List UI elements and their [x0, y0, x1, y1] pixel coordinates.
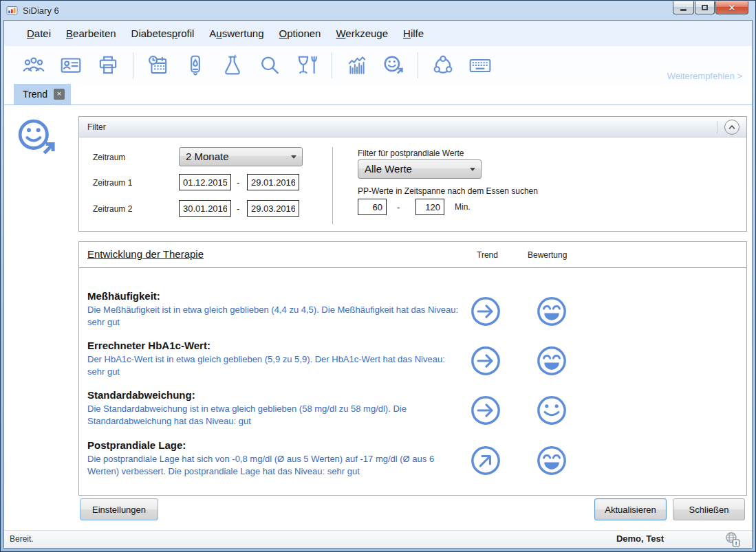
app-body: Datei Bearbeiten Diabetesprofil Auswertu…: [3, 20, 753, 549]
print-icon[interactable]: [96, 54, 120, 77]
therapy-row-title: Postprandiale Lage:: [87, 439, 186, 451]
rating-smiley-icon: [536, 296, 568, 327]
search-icon[interactable]: [258, 54, 281, 77]
menu-diabetesprofil[interactable]: Diabetesprofil: [124, 27, 202, 39]
statistics-icon[interactable]: [345, 54, 369, 77]
zeitraum1-to-input[interactable]: [247, 174, 299, 190]
toolbar: Weiterempfehlen >: [4, 46, 752, 84]
zeitraum1-label: Zeitraum 1: [93, 178, 132, 188]
dropdown-arrow-icon: [470, 168, 475, 174]
toolbar-separator: [133, 52, 133, 78]
filter-panel: Filter Zeitraum 2 Monate Zeitraum 1 - Ze…: [78, 116, 747, 232]
trend-arrow-icon: [470, 345, 501, 377]
pp-filter-dropdown[interactable]: Alle Werte: [358, 159, 482, 179]
therapy-row-postprandial: Postprandiale Lage: Die postprandiale La…: [79, 439, 746, 489]
therapy-row-standardabweichung: Standardabweichung: Die Standardabweichu…: [79, 389, 746, 439]
close-button[interactable]: ✕: [715, 1, 748, 14]
restore-button[interactable]: [695, 1, 715, 14]
therapy-panel: Entwicklung der Therapie Trend Bewertung…: [78, 241, 747, 496]
nutrition-icon[interactable]: [295, 54, 318, 77]
therapy-row-messhaeufigkeit: Meßhäufigkeit: Die Meßhäufigkeit ist in …: [79, 290, 746, 340]
therapy-row-title: Errechneter HbA1c-Wert:: [87, 340, 210, 351]
rating-smiley-icon: [536, 345, 568, 377]
menu-hilfe[interactable]: Hilfe: [396, 27, 431, 39]
patients-icon[interactable]: [22, 54, 45, 77]
app-icon: [6, 4, 19, 16]
tab-trend[interactable]: Trend ×: [14, 84, 71, 104]
title-bar[interactable]: SiDiary 6 ✕: [3, 1, 753, 20]
filter-vertical-separator: [332, 147, 333, 224]
close-view-button[interactable]: Schließen: [673, 498, 745, 520]
refresh-button[interactable]: Aktualisieren: [594, 498, 667, 520]
tab-label: Trend: [23, 89, 47, 100]
sync-status-icon[interactable]: !: [724, 531, 741, 548]
therapy-title: Entwicklung der Therapie: [87, 248, 204, 260]
header-separator: [717, 121, 717, 133]
range-dash: -: [397, 202, 400, 212]
filter-header: Filter: [79, 117, 746, 137]
trend-arrow-icon: [470, 445, 501, 476]
status-text: Bereit.: [10, 534, 34, 544]
zeitraum-dropdown[interactable]: 2 Monate: [179, 147, 303, 166]
window-title: SiDiary 6: [23, 5, 59, 16]
menu-bar: Datei Bearbeiten Diabetesprofil Auswertu…: [4, 21, 752, 46]
diary-calendar-icon[interactable]: [147, 54, 170, 77]
minimize-icon: [680, 9, 687, 11]
zeitraum-dropdown-value: 2 Monate: [186, 151, 229, 162]
recommend-link[interactable]: Weiterempfehlen >: [667, 71, 742, 81]
trend-smiley-icon[interactable]: [382, 54, 404, 76]
menu-datei[interactable]: Datei: [19, 27, 58, 39]
range-dash: -: [237, 203, 239, 214]
zeitraum-label: Zeitraum: [93, 153, 125, 162]
pp-span-label: PP-Werte in Zeitspanne nach dem Essen su…: [358, 186, 538, 196]
menu-optionen[interactable]: Optionen: [272, 27, 329, 39]
trend-column-header: Trend: [477, 250, 498, 260]
therapy-row-description: Die Meßhäufigkeit ist in etwa gleich geb…: [87, 304, 464, 328]
menu-werkzeuge[interactable]: Werkzeuge: [328, 27, 396, 39]
settings-button[interactable]: Einstellungen: [80, 498, 158, 520]
menu-auswertung[interactable]: Auswertung: [202, 27, 271, 39]
therapy-row-title: Standardabweichung:: [87, 389, 195, 401]
share-sync-icon[interactable]: [431, 54, 455, 77]
tab-close-icon[interactable]: ×: [54, 89, 65, 100]
keyboard-icon[interactable]: [468, 54, 492, 77]
app-window: SiDiary 6 ✕ Datei Bearbeiten Diabetespro…: [0, 0, 756, 552]
dropdown-arrow-icon: [291, 155, 296, 162]
therapy-row-description: Die postprandiale Lage hat sich von -0,8…: [87, 453, 464, 477]
zeitraum2-from-input[interactable]: [179, 200, 231, 217]
therapy-row-description: Die Standardabweichung ist in etwa gleic…: [87, 403, 464, 427]
zeitraum1-from-input[interactable]: [179, 174, 231, 190]
therapy-row-title: Meßhäufigkeit:: [87, 290, 160, 302]
filter-title: Filter: [87, 122, 106, 132]
lab-values-icon[interactable]: [221, 54, 244, 77]
toolbar-separator: [418, 52, 418, 78]
trend-page-icon: [15, 116, 58, 159]
range-dash: -: [237, 177, 239, 188]
svg-text:!: !: [735, 540, 737, 547]
menu-bearbeiten[interactable]: Bearbeiten: [58, 27, 124, 39]
restore-icon: [702, 5, 708, 10]
pp-unit-label: Min.: [455, 202, 471, 212]
tab-strip: Trend ×: [4, 84, 752, 105]
collapse-panel-button[interactable]: [724, 120, 739, 135]
glucose-meter-icon[interactable]: [184, 54, 207, 77]
pp-to-input[interactable]: [415, 199, 444, 215]
rating-smiley-icon: [536, 395, 568, 426]
chevron-up-icon: [727, 122, 737, 132]
minimize-button[interactable]: [673, 1, 694, 14]
status-bar: Bereit. Demo, Test !: [4, 530, 752, 548]
pp-filter-dropdown-value: Alle Werte: [365, 163, 412, 175]
profile-card-icon[interactable]: [59, 54, 83, 77]
main-content: Filter Zeitraum 2 Monate Zeitraum 1 - Ze…: [4, 105, 752, 530]
header-divider: [79, 267, 746, 268]
pp-filter-label: Filter für postprandiale Werte: [358, 148, 464, 158]
status-user: Demo, Test: [616, 533, 664, 544]
zeitraum2-label: Zeitraum 2: [93, 204, 132, 214]
rating-smiley-icon: [536, 445, 568, 476]
therapy-row-hba1c: Errechneter HbA1c-Wert: Der HbA1c-Wert i…: [79, 340, 746, 389]
trend-arrow-icon: [470, 395, 501, 426]
zeitraum2-to-input[interactable]: [247, 200, 299, 217]
pp-from-input[interactable]: [358, 199, 387, 215]
trend-arrow-icon: [470, 296, 501, 327]
toolbar-separator: [332, 52, 332, 78]
